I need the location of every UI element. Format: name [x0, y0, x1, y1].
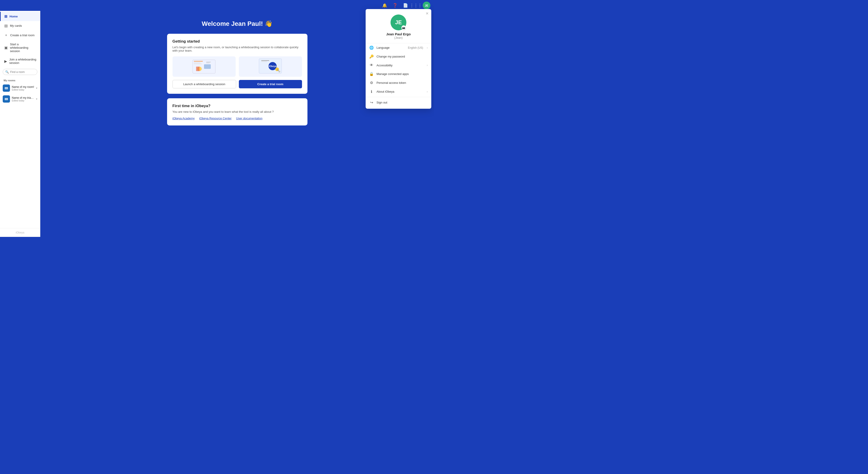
first-time-title: First time in iObeya? [173, 104, 302, 108]
user-menu-header: JE 📷 Jean Paul Ergo (Jean) ✕ [366, 9, 431, 43]
sign-out-icon: ↪ [369, 100, 374, 105]
svg-point-31 [278, 71, 280, 72]
first-time-links: iObeya Academy iObeya Resource Center Us… [173, 117, 302, 120]
svg-point-14 [7, 99, 8, 99]
first-time-subtitle: You are new to iObeya and you want to le… [173, 110, 302, 114]
whiteboard-start-icon: ▣ [4, 46, 8, 50]
svg-point-13 [6, 99, 7, 99]
menu-item-language[interactable]: 🌐 Language English (US) › [366, 43, 431, 52]
info-icon: ℹ [369, 89, 374, 94]
token-icon: ⚙ [369, 81, 374, 85]
sidebar-nav: ⊞ Home ▤ My cards ＋ Create a trial room … [0, 11, 40, 228]
user-menu-avatar: JE 📷 [391, 14, 406, 30]
room-info-2: Name of my trial room! Edited today [12, 96, 34, 102]
sidebar-item-create-trial-label: Create a trial room [10, 33, 35, 37]
home-icon: ⊞ [4, 14, 7, 19]
menu-item-about[interactable]: ℹ About iObeya › [366, 87, 431, 96]
svg-rect-26 [261, 61, 267, 62]
svg-point-8 [5, 88, 6, 89]
cards-icon: ▤ [4, 24, 8, 28]
room-sub-2: Edited today [12, 99, 34, 102]
key-icon: 🔑 [369, 54, 374, 59]
svg-rect-17 [194, 62, 200, 63]
room-name-1: Name of my room! [12, 85, 34, 89]
chevron-right-icon-2: › [427, 64, 428, 67]
reader-icon[interactable]: 📄 [402, 2, 409, 9]
user-menu-name: Jean Paul Ergo [386, 32, 411, 36]
launch-whiteboard-button[interactable]: Launch a whiteboarding session [173, 80, 236, 88]
accessibility-icon: 👁 [369, 63, 374, 67]
svg-rect-19 [204, 64, 211, 69]
find-room-search[interactable]: 🔍 [3, 69, 37, 75]
apps-grid-icon[interactable]: ⋮⋮⋮ [412, 2, 420, 9]
sidebar-item-start-whiteboard-label: Start a whiteboarding session [10, 42, 36, 53]
menu-item-change-password[interactable]: 🔑 Change my password [366, 52, 431, 61]
chevron-right-icon: › [427, 46, 428, 49]
menu-item-manage-apps[interactable]: 🔒 Manage connected apps [366, 69, 431, 78]
menu-item-personal-token[interactable]: ⚙ Personal access token [366, 78, 431, 87]
search-input[interactable] [10, 70, 35, 73]
list-item[interactable]: Name of my trial room! Edited today ▾ [0, 93, 40, 105]
svg-rect-25 [261, 60, 269, 61]
room-name-2: Name of my trial room! [12, 96, 34, 99]
room-icon-2 [3, 95, 10, 102]
plus-icon: ＋ [4, 33, 8, 38]
sidebar-item-home[interactable]: ⊞ Home [0, 12, 40, 21]
menu-item-accessibility[interactable]: 👁 Accessibility › [366, 61, 431, 69]
svg-rect-21 [196, 66, 199, 71]
avatar-camera-button[interactable]: 📷 [401, 25, 406, 30]
sidebar-item-start-whiteboard[interactable]: ▣ Start a whiteboarding session [0, 40, 40, 55]
academy-link[interactable]: iObeya Academy [173, 117, 195, 120]
list-item[interactable]: Name of my room! Edited today ▾ [0, 83, 40, 93]
chevron-down-icon-2: ▾ [36, 97, 37, 100]
sidebar-item-join-whiteboard-label: Join a whiteboarding session [9, 58, 36, 64]
room-icon-1 [3, 85, 10, 92]
room-info-1: Name of my room! Edited today [12, 85, 34, 91]
whiteboard-thumbnail [173, 56, 236, 77]
notification-icon[interactable]: 🔔 [381, 2, 388, 9]
chevron-right-icon-3: › [427, 90, 428, 93]
getting-started-subtitle: Let's begin with creating a new room, or… [173, 46, 302, 52]
chevron-down-icon: ▾ [36, 87, 37, 90]
room-thumbnail: iObeya [239, 56, 302, 77]
svg-point-12 [5, 99, 6, 99]
sidebar-item-join-whiteboard[interactable]: ▶ Join a whiteboarding session [0, 55, 40, 67]
room-sub-1: Edited today [12, 89, 34, 91]
svg-point-10 [7, 88, 8, 89]
menu-item-sign-out[interactable]: ↪ Sign out [366, 98, 431, 107]
whiteboard-join-icon: ▶ [4, 59, 7, 63]
help-icon[interactable]: ❓ [392, 2, 399, 9]
sidebar-footer: iObeya [0, 228, 40, 237]
whiteboard-illustration [190, 58, 218, 76]
getting-started-title: Getting started [173, 39, 302, 44]
lock-icon: 🔒 [369, 72, 374, 76]
user-menu-nickname: (Jean) [394, 36, 403, 39]
svg-text:iObeya: iObeya [269, 65, 276, 67]
resource-center-link[interactable]: iObeya Resource Center [199, 117, 231, 120]
user-menu: JE 📷 Jean Paul Ergo (Jean) ✕ 🌐 Language … [366, 9, 431, 109]
user-avatar-button[interactable]: JE [423, 2, 430, 9]
room-illustration: iObeya [257, 58, 284, 76]
search-icon: 🔍 [5, 70, 9, 73]
sidebar-item-home-label: Home [9, 15, 18, 18]
close-icon[interactable]: ✕ [426, 11, 429, 16]
language-icon: 🌐 [369, 46, 374, 50]
my-rooms-title: My rooms [0, 77, 40, 83]
first-time-card: First time in iObeya? You are new to iOb… [167, 98, 307, 125]
card-buttons: Launch a whiteboarding session Create a … [173, 80, 302, 88]
sidebar: iObeya ⊞ Home ▤ My cards ＋ Create a tria… [0, 0, 40, 237]
user-docs-link[interactable]: User documentation [236, 117, 262, 120]
svg-point-9 [6, 88, 7, 89]
sidebar-item-my-cards[interactable]: ▤ My cards [0, 21, 40, 30]
sidebar-item-create-trial[interactable]: ＋ Create a trial room [0, 30, 40, 40]
svg-rect-16 [194, 61, 203, 62]
getting-started-card: Getting started Let's begin with creatin… [167, 34, 307, 94]
sidebar-item-my-cards-label: My cards [10, 24, 22, 27]
svg-rect-18 [194, 64, 202, 64]
create-trial-room-button[interactable]: Create a trial room [239, 80, 302, 88]
card-thumbnails: iObeya [173, 56, 302, 77]
